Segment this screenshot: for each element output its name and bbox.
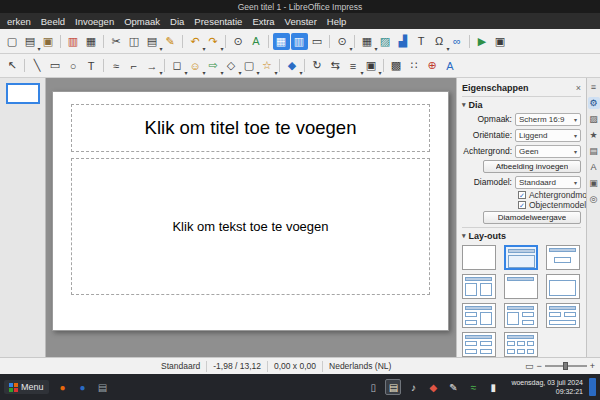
layout-title-subtitle[interactable] (546, 245, 580, 270)
block-arrows-icon[interactable]: ⇨▾ (205, 57, 222, 74)
zoom-in-button[interactable]: + (590, 361, 595, 371)
sidebar-settings-icon[interactable]: ≡ (588, 81, 600, 93)
threed-objects-icon[interactable]: ◆▾ (284, 57, 301, 74)
navigator-tab-icon[interactable]: ◎ (588, 193, 600, 205)
paste-icon[interactable]: ▤▾ (144, 33, 161, 50)
insert-hyperlink-icon[interactable]: ∞ (449, 33, 466, 50)
gallery-tab-icon[interactable]: ▣ (588, 177, 600, 189)
fit-slide-icon[interactable]: ▭ (525, 361, 534, 371)
basic-shapes-icon[interactable]: ◻▾ (169, 57, 186, 74)
print-icon[interactable]: ▦ (83, 33, 100, 50)
checkbox-checked-icon[interactable]: ✓ (518, 191, 526, 199)
connector-icon[interactable]: ⌐ (126, 57, 143, 74)
zoom-slider-handle[interactable] (563, 362, 568, 370)
insert-table-icon[interactable]: ▦▾ (359, 33, 376, 50)
title-placeholder[interactable]: Klik om titel toe te voegen (71, 104, 430, 152)
snap-guides-icon[interactable]: ▥ (291, 33, 308, 50)
layout-centered-text[interactable] (546, 274, 580, 299)
find-replace-icon[interactable]: ⊙ (230, 33, 247, 50)
arrange-icon[interactable]: ▣▾ (363, 57, 380, 74)
spelling-icon[interactable]: A (248, 33, 265, 50)
quickstart-icon[interactable]: ◆ (425, 379, 441, 395)
stars-icon[interactable]: ☆▾ (259, 57, 276, 74)
edit-points-icon[interactable]: ∷ (406, 57, 423, 74)
insert-image-button[interactable]: Afbeelding invoegen (483, 160, 581, 173)
text-box-icon[interactable]: T (83, 57, 100, 74)
save-icon[interactable]: ▣ (40, 33, 57, 50)
battery-icon[interactable]: ▮ (485, 379, 501, 395)
layout-2content-content[interactable] (462, 303, 496, 328)
trash-icon[interactable]: ▯ (365, 379, 381, 395)
new-document-icon[interactable]: ▢ (4, 33, 21, 50)
export-pdf-icon[interactable]: ▥ (65, 33, 82, 50)
rotate-icon[interactable]: ↻ (309, 57, 326, 74)
layout-blank[interactable] (462, 245, 496, 270)
copy-icon[interactable]: ◫ (126, 33, 143, 50)
insert-chart-icon[interactable]: ▟ (395, 33, 412, 50)
layout-2content-over-content[interactable] (546, 303, 580, 328)
helplines-icon[interactable]: ▭ (309, 33, 326, 50)
layout-4content[interactable] (462, 332, 496, 357)
content-placeholder[interactable]: Klik om tekst toe te voegen (71, 158, 430, 295)
master-slide-select[interactable]: Standaard (515, 176, 581, 189)
slide-transition-tab-icon[interactable]: ▨ (588, 113, 600, 125)
rectangle-icon[interactable]: ▭ (47, 57, 64, 74)
glue-points-icon[interactable]: ⊕ (424, 57, 441, 74)
select-icon[interactable]: ↖ (4, 57, 21, 74)
ellipse-icon[interactable]: ○ (65, 57, 82, 74)
animation-tab-icon[interactable]: ★ (588, 129, 600, 141)
network-monitor-icon[interactable]: ≈ (465, 379, 481, 395)
layout-title-2content[interactable] (462, 274, 496, 299)
menu-invoegen[interactable]: Invoegen (70, 16, 119, 27)
shadow-icon[interactable]: ▩ (388, 57, 405, 74)
notes-icon[interactable]: ✎ (445, 379, 461, 395)
menu-dia[interactable]: Dia (165, 16, 189, 27)
insert-special-character-icon[interactable]: Ω▾ (431, 33, 448, 50)
menu-venster[interactable]: Venster (280, 16, 322, 27)
slide-canvas[interactable]: Klik om titel toe te voegen Klik om teks… (46, 78, 456, 357)
redo-icon[interactable]: ↷▾ (205, 33, 222, 50)
slide-thumbnail-1[interactable] (6, 83, 40, 104)
align-icon[interactable]: ≡▾ (345, 57, 362, 74)
menu-bewerken-partial[interactable]: erken (2, 16, 36, 27)
slide[interactable]: Klik om titel toe te voegen Klik om teks… (52, 91, 449, 331)
workspace-badge[interactable] (589, 378, 596, 396)
layout-content-2content[interactable] (504, 303, 538, 328)
undo-icon[interactable]: ↶▾ (187, 33, 204, 50)
clone-formatting-icon[interactable]: ✎ (162, 33, 179, 50)
language-status[interactable]: Nederlands (NL) (329, 361, 391, 371)
zoom-out-button[interactable]: − (536, 361, 541, 371)
close-sidebar-icon[interactable]: × (576, 83, 581, 93)
layout-title-content[interactable] (504, 245, 538, 270)
line-icon[interactable]: ╲ (29, 57, 46, 74)
zoom-icon[interactable]: ⊙▾ (334, 33, 351, 50)
layout-title-only[interactable] (504, 274, 538, 299)
format-select[interactable]: Scherm 16:9 (515, 113, 581, 126)
menu-help[interactable]: Help (322, 16, 352, 27)
master-slides-tab-icon[interactable]: ▤ (588, 145, 600, 157)
master-slide-name[interactable]: Standaard (161, 361, 200, 371)
menu-opmaak[interactable]: Opmaak (119, 16, 165, 27)
orientation-select[interactable]: Liggend (515, 129, 581, 142)
menu-presentatie[interactable]: Presentatie (189, 16, 247, 27)
callouts-icon[interactable]: ▢▾ (241, 57, 258, 74)
dia-section-header[interactable]: Dia (462, 99, 581, 111)
menu-beeld[interactable]: Beeld (36, 16, 70, 27)
display-grid-icon[interactable]: ▦ (273, 33, 290, 50)
browser-icon[interactable]: ● (75, 379, 91, 395)
flip-icon[interactable]: ⇆ (327, 57, 344, 74)
master-slide-icon[interactable]: ▣ (492, 33, 509, 50)
insert-textbox-icon[interactable]: T (413, 33, 430, 50)
start-slideshow-icon[interactable]: ▶ (474, 33, 491, 50)
flowchart-icon[interactable]: ◇▾ (223, 57, 240, 74)
zoom-slider[interactable] (545, 365, 587, 367)
properties-tab-icon[interactable]: ⚙ (588, 97, 600, 109)
curve-icon[interactable]: ≈ (108, 57, 125, 74)
menu-button[interactable]: Menu (4, 380, 49, 394)
volume-icon[interactable]: ♪ (405, 379, 421, 395)
clock[interactable]: woensdag, 03 juli 2024 09:32:21 (511, 378, 583, 396)
file-manager-icon[interactable]: ▤ (95, 379, 111, 395)
symbol-shapes-icon[interactable]: ☺▾ (187, 57, 204, 74)
objects-master-checkbox-row[interactable]: ✓ Objectenmodel (518, 200, 581, 210)
layouts-section-header[interactable]: Lay-outs (462, 230, 581, 242)
